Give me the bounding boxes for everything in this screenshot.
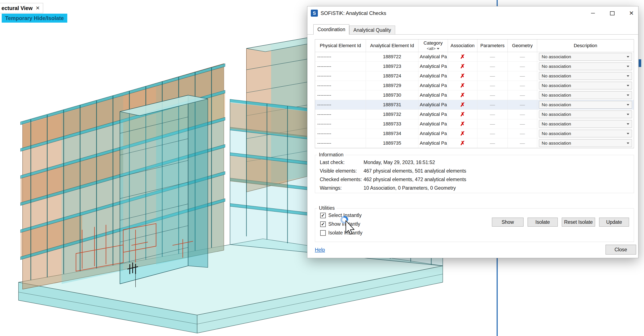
table-row[interactable]: ---------1889723Analytical Pa✗——No assoc… (315, 62, 634, 71)
cell-association: ✗ (448, 52, 478, 61)
description-dropdown[interactable]: No association (539, 101, 632, 109)
cell-description: No association (537, 110, 634, 119)
cell-parameters: — (478, 119, 508, 129)
description-value: No association (542, 131, 571, 136)
update-button[interactable]: Update (599, 218, 629, 227)
information-group: Information Last check: Monday, May 29, … (315, 155, 634, 193)
table-row[interactable]: ---------1889735Analytical Pa✗——No assoc… (315, 139, 634, 148)
reset-isolate-button[interactable]: Reset Isolate (562, 218, 595, 227)
cell-geometry: — (508, 119, 537, 129)
cell-parameters: — (478, 100, 508, 109)
cell-analytical: 1889730 (366, 90, 418, 100)
table-row[interactable]: ---------1889732Analytical Pa✗——No assoc… (315, 110, 634, 119)
help-link[interactable]: Help (315, 247, 325, 253)
chevron-down-icon (627, 143, 629, 144)
description-dropdown[interactable]: No association (539, 130, 632, 137)
cell-description: No association (537, 119, 634, 129)
checkbox-icon[interactable]: ✓ (320, 221, 326, 227)
description-dropdown[interactable]: No association (539, 120, 632, 128)
info-row-last-check: Last check: Monday, May 29, 2023, 16:51:… (320, 158, 630, 167)
description-dropdown[interactable]: No association (539, 111, 632, 118)
header-parameters[interactable]: Parameters (478, 39, 508, 52)
checkbox-icon[interactable] (320, 230, 326, 236)
maximize-button[interactable] (608, 8, 617, 18)
cell-parameters: — (478, 52, 508, 61)
cell-category: Analytical Pa (418, 129, 448, 138)
cell-description: No association (537, 139, 634, 148)
view-tab[interactable]: ectural View ✕ (0, 3, 43, 13)
isolate-button[interactable]: Isolate (528, 218, 558, 227)
cell-association: ✗ (448, 129, 478, 138)
cell-analytical: 1889724 (366, 71, 418, 81)
cell-physical: --------- (315, 119, 366, 129)
table-row[interactable]: ---------1889733Analytical Pa✗——No assoc… (315, 119, 634, 129)
tab-analytical-quality[interactable]: Analytical Quality (349, 26, 395, 34)
description-value: No association (542, 64, 571, 69)
cell-geometry: — (508, 62, 537, 71)
description-dropdown[interactable]: No association (539, 91, 632, 99)
description-dropdown[interactable]: No association (539, 82, 632, 89)
cell-parameters: — (478, 81, 508, 90)
info-label: Visible elements: (320, 168, 364, 174)
cell-description: No association (537, 52, 634, 61)
header-description[interactable]: Description (537, 39, 634, 52)
view-tab-label: ectural View (2, 5, 32, 11)
cell-category: Analytical Pa (418, 110, 448, 119)
description-value: No association (542, 54, 571, 59)
show-button[interactable]: Show (492, 218, 524, 227)
header-physical-element-id[interactable]: Physical Element Id (315, 39, 366, 52)
screen: ectural View ✕ Temporary Hide/Isolate S … (0, 0, 644, 336)
info-value: 467 physical elements, 501 analytical el… (364, 168, 466, 174)
cell-association: ✗ (448, 139, 478, 148)
table-body: ---------1889722Analytical Pa✗——No assoc… (315, 52, 634, 148)
cell-parameters: — (478, 71, 508, 81)
tab-coordination[interactable]: Coordination (313, 24, 349, 34)
cell-category: Analytical Pa (418, 71, 448, 81)
description-dropdown[interactable]: No association (539, 53, 632, 61)
minimize-button[interactable] (588, 8, 598, 18)
description-dropdown[interactable]: No association (539, 139, 632, 147)
dialog-titlebar[interactable]: S SOFiSTiK: Analytical Checks ✕ (307, 6, 638, 20)
description-value: No association (542, 102, 571, 107)
cell-association: ✗ (448, 110, 478, 119)
header-analytical-element-id[interactable]: Analytical Element Id (366, 39, 418, 52)
chevron-down-icon (627, 133, 629, 134)
description-value: No association (542, 93, 571, 98)
chevron-down-icon (627, 66, 629, 67)
cell-category: Analytical Pa (418, 62, 448, 71)
hide-isolate-badge: Temporary Hide/Isolate (2, 14, 67, 23)
info-value: 462 physical elements, 472 analytical el… (364, 177, 466, 182)
table-header: Physical Element Id Analytical Element I… (315, 39, 634, 52)
table-row[interactable]: ---------1889734Analytical Pa✗——No assoc… (315, 129, 634, 139)
category-filter-value: <all> (427, 46, 436, 51)
header-category[interactable]: Category <all> (418, 39, 448, 52)
table-row[interactable]: ---------1889722Analytical Pa✗——No assoc… (315, 52, 634, 62)
header-geometry[interactable]: Geometry (508, 39, 537, 52)
cell-analytical: 1889732 (366, 110, 418, 119)
cell-category: Analytical Pa (418, 139, 448, 148)
cell-geometry: — (508, 139, 537, 148)
sofistik-logo-icon: S (311, 9, 318, 17)
cell-category: Analytical Pa (418, 90, 448, 100)
table-row[interactable]: ---------1889731Analytical Pa✗——No assoc… (315, 100, 634, 110)
chevron-down-icon (627, 114, 629, 115)
table-row[interactable]: ---------1889730Analytical Pa✗——No assoc… (315, 90, 634, 100)
cell-geometry: — (508, 71, 537, 81)
cell-association: ✗ (448, 81, 478, 90)
chevron-down-icon (627, 104, 629, 106)
chevron-down-icon (627, 75, 629, 77)
description-value: No association (542, 73, 571, 78)
description-dropdown[interactable]: No association (539, 72, 632, 80)
cell-physical: --------- (315, 71, 366, 81)
chevron-down-icon (627, 56, 629, 58)
view-tab-close-icon[interactable]: ✕ (36, 5, 40, 11)
table-row[interactable]: ---------1889724Analytical Pa✗——No assoc… (315, 71, 634, 81)
cell-physical: --------- (315, 81, 366, 90)
close-window-button[interactable]: ✕ (627, 8, 636, 18)
close-dialog-button[interactable]: Close (606, 245, 636, 255)
table-row[interactable]: ---------1889729Analytical Pa✗——No assoc… (315, 81, 634, 90)
checkbox-icon[interactable]: ✓ (320, 213, 326, 218)
header-association[interactable]: Association (448, 39, 478, 52)
description-dropdown[interactable]: No association (539, 62, 632, 70)
category-filter-dropdown[interactable]: <all> (427, 46, 439, 51)
